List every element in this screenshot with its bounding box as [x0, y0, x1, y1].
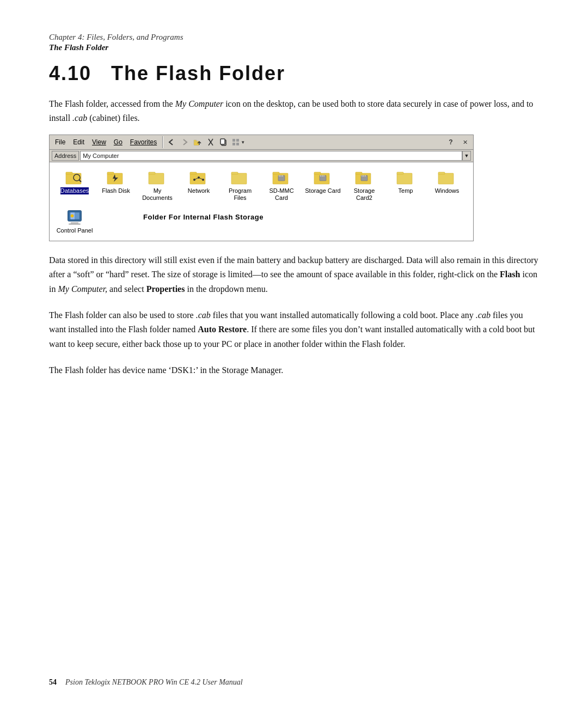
- address-bar: Address My Computer ▼: [50, 150, 473, 162]
- toolbar-sep-1: [162, 136, 163, 148]
- page-footer: 54 Psion Teklogix NETBOOK PRO Win CE 4.2…: [49, 678, 539, 687]
- svg-rect-47: [397, 172, 403, 174]
- folder-label: Network: [188, 187, 210, 194]
- svg-rect-7: [232, 139, 235, 142]
- svg-rect-26: [231, 173, 247, 184]
- folder-storage-card2[interactable]: Storage Card2: [345, 167, 384, 204]
- folder-databases[interactable]: Databases: [55, 167, 94, 204]
- svg-rect-48: [438, 173, 454, 184]
- menu-edit[interactable]: Edit: [70, 138, 88, 147]
- svg-rect-18: [149, 172, 155, 174]
- svg-rect-31: [279, 175, 280, 176]
- svg-rect-17: [149, 173, 164, 184]
- intro-paragraph: The Flash folder, accessed from the My C…: [49, 97, 539, 125]
- folder-sd-mmc[interactable]: SD-MMC Card: [262, 167, 301, 204]
- svg-rect-16: [107, 172, 114, 174]
- address-label: Address: [52, 151, 79, 161]
- address-field[interactable]: My Computer: [80, 151, 462, 161]
- svg-rect-56: [69, 223, 80, 224]
- svg-rect-1: [194, 140, 197, 142]
- storage-card2-icon: [354, 169, 374, 186]
- svg-rect-37: [320, 175, 321, 176]
- help-button[interactable]: ?: [445, 136, 457, 148]
- svg-rect-39: [323, 175, 324, 176]
- svg-rect-35: [314, 172, 321, 174]
- explorer-window: File Edit View Go Favorites: [49, 135, 474, 241]
- svg-rect-46: [397, 173, 412, 184]
- footer-text: Psion Teklogix NETBOOK PRO Win CE 4.2 Us…: [65, 678, 243, 687]
- svg-rect-6: [220, 139, 225, 144]
- svg-rect-33: [282, 175, 283, 176]
- folder-label: Windows: [435, 187, 460, 194]
- back-button[interactable]: [166, 136, 177, 148]
- forward-button[interactable]: [179, 136, 191, 148]
- flash-disk-icon: [106, 169, 126, 186]
- svg-rect-32: [280, 175, 281, 176]
- svg-rect-41: [356, 172, 362, 174]
- windows-icon: [437, 169, 457, 186]
- my-documents-icon: [148, 169, 167, 186]
- menu-file[interactable]: File: [52, 138, 69, 147]
- cut-button[interactable]: [205, 136, 217, 148]
- menu-view[interactable]: View: [89, 138, 109, 147]
- svg-rect-43: [362, 175, 363, 176]
- svg-rect-20: [190, 172, 197, 174]
- svg-rect-8: [236, 139, 239, 142]
- folder-control-panel[interactable]: Control Panel: [55, 206, 94, 236]
- copy-button[interactable]: [218, 136, 230, 148]
- folder-label: My Documents: [139, 187, 176, 202]
- body-paragraph-3: The Flash folder has device name ‘DSK1:’…: [49, 363, 539, 377]
- folder-label: Databases: [60, 187, 89, 194]
- close-button[interactable]: ✕: [459, 136, 471, 148]
- svg-rect-9: [232, 143, 235, 145]
- databases-icon: [65, 169, 84, 186]
- svg-rect-29: [273, 172, 279, 174]
- address-dropdown[interactable]: ▼: [462, 151, 471, 161]
- folder-label: Storage Card2: [346, 187, 383, 202]
- chapter-header: Chapter 4: Files, Folders, and Programs: [49, 33, 539, 42]
- svg-rect-44: [363, 175, 364, 176]
- folder-label: Storage Card: [305, 187, 340, 194]
- body-paragraph-1: Data stored in this directory will still…: [49, 253, 539, 296]
- folder-flash-disk[interactable]: Flash Disk: [96, 167, 136, 204]
- svg-rect-49: [438, 172, 445, 174]
- svg-point-54: [72, 215, 73, 216]
- footer-page-number: 54: [49, 678, 57, 687]
- program-files-icon: [230, 169, 250, 186]
- storage-card-icon: [313, 169, 333, 186]
- svg-rect-10: [236, 143, 239, 145]
- folder-label: SD-MMC Card: [263, 187, 300, 202]
- folder-windows[interactable]: Windows: [427, 167, 467, 204]
- folder-label: Control Panel: [57, 227, 93, 234]
- svg-rect-12: [66, 172, 72, 174]
- folder-label: Temp: [399, 187, 413, 194]
- explorer-menubar: File Edit View Go Favorites: [50, 135, 473, 150]
- menu-favorites[interactable]: Favorites: [127, 138, 160, 147]
- control-panel-icon: [65, 209, 84, 226]
- svg-rect-55: [71, 222, 78, 223]
- folder-my-documents[interactable]: My Documents: [138, 167, 177, 204]
- sd-mmc-icon: [272, 169, 291, 186]
- svg-rect-19: [190, 173, 205, 184]
- folder-temp[interactable]: Temp: [386, 167, 425, 204]
- section-title: 4.10 The Flash Folder: [49, 62, 539, 85]
- folder-label: Program Files: [222, 187, 259, 202]
- explorer-content: Databases Flash Disk: [50, 162, 473, 241]
- section-subheader: The Flash Folder: [49, 43, 539, 52]
- folder-label: Flash Disk: [102, 187, 130, 194]
- flash-folder-label: Folder For Internal Flash Storage: [100, 211, 268, 225]
- folder-storage-card[interactable]: Storage Card: [303, 167, 342, 204]
- folder-program-files[interactable]: Program Files: [220, 167, 260, 204]
- folder-network[interactable]: Network: [179, 167, 218, 204]
- svg-rect-45: [365, 175, 366, 176]
- up-folder-button[interactable]: [192, 136, 204, 148]
- views-button[interactable]: ▼: [231, 136, 246, 148]
- svg-rect-38: [322, 175, 323, 176]
- body-paragraph-2: The Flash folder can also be used to sto…: [49, 308, 539, 351]
- svg-rect-27: [231, 172, 238, 174]
- network-icon: [189, 169, 209, 186]
- menu-go[interactable]: Go: [111, 138, 126, 147]
- temp-icon: [396, 169, 415, 186]
